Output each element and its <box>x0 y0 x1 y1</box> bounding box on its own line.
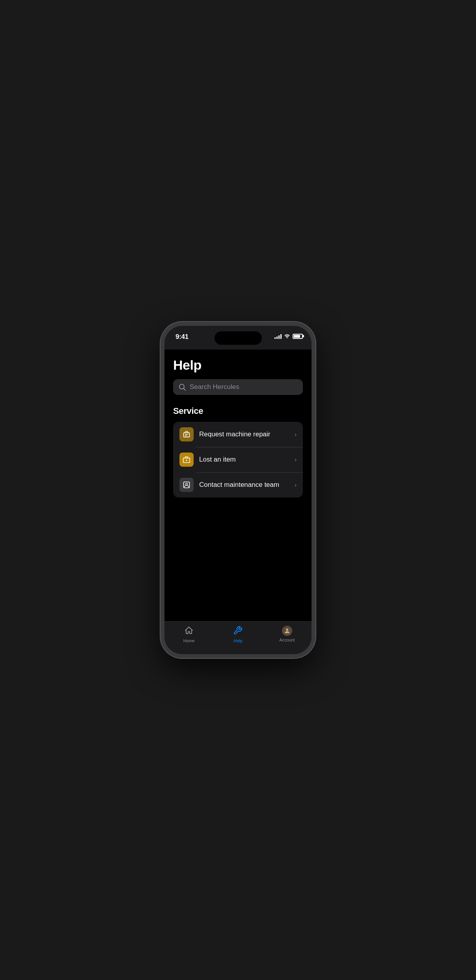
service-section: Service Request machine repair › <box>173 406 303 497</box>
tab-help-label: Help <box>233 638 242 643</box>
battery-fill <box>294 335 300 338</box>
lost-label: Lost an item <box>199 456 289 464</box>
signal-bars-icon <box>274 333 282 339</box>
tab-account[interactable]: Account <box>273 626 301 642</box>
tab-help[interactable]: Help <box>224 626 252 643</box>
section-title-service: Service <box>173 406 303 416</box>
maintenance-chevron: › <box>295 482 297 488</box>
tab-home[interactable]: Home <box>175 626 203 643</box>
lost-chevron: › <box>295 456 297 463</box>
signal-bar-4 <box>280 334 282 339</box>
list-item-lost[interactable]: Lost an item › <box>173 447 303 472</box>
status-icons <box>274 333 303 339</box>
dynamic-island <box>215 331 262 345</box>
screen-content: Help Search Hercules Service <box>164 350 312 621</box>
signal-bar-3 <box>278 335 280 339</box>
repair-label: Request machine repair <box>199 430 289 438</box>
wifi-icon <box>284 333 290 339</box>
svg-point-6 <box>186 460 187 461</box>
tab-account-label: Account <box>279 638 295 642</box>
service-list: Request machine repair › Lost an item › <box>173 422 303 497</box>
account-avatar <box>282 626 292 636</box>
maintenance-icon <box>179 478 194 492</box>
home-icon <box>184 626 194 637</box>
repair-chevron: › <box>295 431 297 438</box>
list-item-repair[interactable]: Request machine repair › <box>173 422 303 447</box>
search-icon <box>179 383 186 391</box>
svg-rect-2 <box>184 433 190 437</box>
maintenance-label: Contact maintenance team <box>199 481 289 489</box>
signal-bar-1 <box>274 337 276 339</box>
tab-bar: Home Help Account <box>164 621 312 654</box>
svg-point-0 <box>179 384 184 389</box>
svg-line-1 <box>184 389 185 390</box>
lost-icon <box>179 453 194 467</box>
status-time: 9:41 <box>175 333 189 341</box>
svg-point-8 <box>186 483 188 485</box>
list-item-maintenance[interactable]: Contact maintenance team › <box>173 472 303 497</box>
account-icon <box>282 626 292 636</box>
search-placeholder: Search Hercules <box>190 383 239 391</box>
svg-point-9 <box>286 628 288 631</box>
repair-icon <box>179 427 194 441</box>
signal-bar-2 <box>276 337 278 339</box>
help-icon <box>233 626 243 637</box>
page-title: Help <box>173 357 303 373</box>
phone-frame: 9:41 Help <box>161 322 315 658</box>
search-bar[interactable]: Search Hercules <box>173 379 303 395</box>
tab-home-label: Home <box>183 638 195 643</box>
battery-icon <box>293 334 303 339</box>
